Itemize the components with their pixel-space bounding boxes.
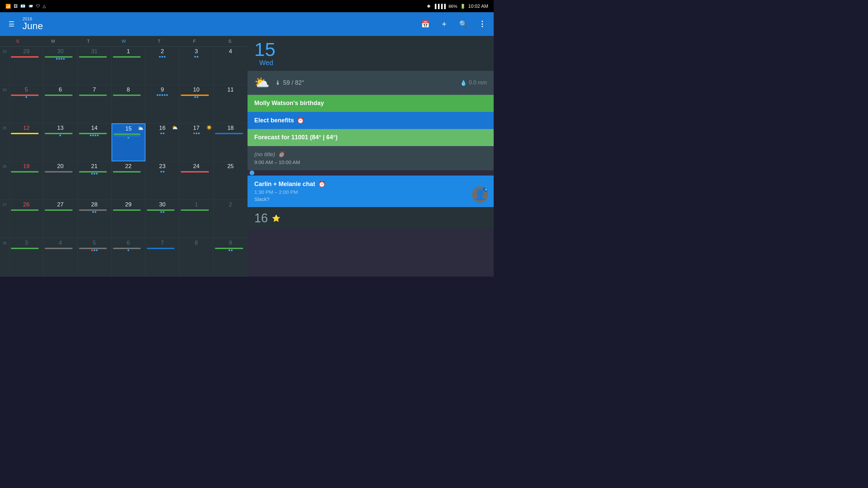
event-dots — [194, 56, 198, 58]
rain-icon: 💧 — [460, 80, 467, 86]
calendar-week: 27262728293012 — [0, 200, 248, 238]
day-cell[interactable]: 6 — [112, 238, 145, 276]
day-cell[interactable]: 2 — [145, 47, 179, 85]
event-bar — [113, 95, 141, 96]
event-dots — [157, 94, 168, 96]
event-bars — [79, 95, 110, 96]
day-cell[interactable]: 31 — [78, 47, 112, 85]
temp-range: 59 / 82° — [283, 79, 304, 86]
event-dot — [59, 135, 61, 136]
day-cell[interactable]: 9 — [214, 238, 248, 276]
add-event-button[interactable]: + — [438, 18, 450, 30]
event-dot — [92, 211, 94, 213]
day-cell[interactable]: 7 — [78, 85, 112, 123]
birthday-event-card[interactable]: Molly Watson's birthday — [248, 95, 494, 112]
next-day-row: 16 ⭐ — [248, 207, 494, 229]
day-cell[interactable]: 2 — [214, 200, 248, 238]
day-cell[interactable]: 11 — [214, 85, 248, 123]
day-cell[interactable]: 18 — [214, 123, 248, 161]
day-cell[interactable]: 30 — [145, 200, 179, 238]
event-dots — [59, 135, 61, 136]
day-cell[interactable]: 4 — [214, 47, 248, 85]
event-bars — [79, 133, 110, 134]
week-number: 25 — [0, 123, 9, 161]
day-cell[interactable]: 8 — [179, 238, 213, 276]
chat-event-title: Carlin + Melanie chat ⏰ — [254, 180, 467, 188]
event-bar — [113, 56, 141, 58]
event-bar — [113, 248, 141, 249]
day-cell[interactable]: 26 — [9, 200, 43, 238]
event-bar — [11, 95, 39, 96]
search-button[interactable]: 🔍 — [457, 18, 469, 30]
day-cell[interactable]: 29 — [9, 47, 43, 85]
event-bars — [45, 171, 76, 172]
event-dots — [193, 133, 200, 134]
day-cell[interactable]: 24 — [179, 162, 213, 200]
event-bar — [79, 171, 107, 172]
day-cell[interactable]: 19 — [9, 162, 43, 200]
week-number: 24 — [0, 85, 9, 123]
day-cell[interactable]: 16⛅ — [145, 123, 179, 161]
carlin-melanie-event-card[interactable]: Carlin + Melanie chat ⏰ 1:30 PM – 2:00 P… — [248, 176, 494, 207]
event-bars — [11, 209, 42, 211]
event-dot — [90, 135, 92, 136]
day-detail-header: 15 Wed — [248, 36, 494, 71]
day-cell[interactable]: 6 — [43, 85, 77, 123]
avatar: 👤 1 — [472, 186, 488, 203]
day-cell[interactable]: 14 — [78, 123, 112, 161]
bluetooth-icon: ✱ — [427, 4, 431, 9]
day-cell[interactable]: 3 — [9, 238, 43, 276]
day-cell[interactable]: 4 — [43, 238, 77, 276]
day-cell[interactable]: 1 — [179, 200, 213, 238]
weather-icon-small: ☀️ — [206, 125, 212, 130]
day-cell[interactable]: 1 — [112, 47, 145, 85]
event-bars — [114, 134, 143, 137]
event-bars — [45, 95, 76, 96]
day-cell[interactable]: 25 — [214, 162, 248, 200]
no-title-event-card[interactable]: (no title) ⏰ 9:00 AM – 10:00 AM — [248, 146, 494, 170]
day-cell[interactable]: 7 — [145, 238, 179, 276]
event-bars — [113, 209, 144, 211]
event-dot — [96, 173, 98, 175]
day-cell[interactable]: 27 — [43, 200, 77, 238]
day-cell[interactable]: 9 — [145, 85, 179, 123]
event-dot — [160, 211, 162, 213]
day-cell[interactable]: 8 — [112, 85, 145, 123]
event-bars — [113, 95, 144, 96]
menu-button[interactable]: ☰ — [5, 18, 18, 30]
day-cell[interactable]: 22 — [112, 162, 145, 200]
day-cell[interactable]: 13 — [43, 123, 77, 161]
more-options-button[interactable]: ⋮ — [476, 18, 488, 30]
event-bar — [11, 248, 39, 249]
event-bars — [181, 171, 212, 172]
day-cell[interactable]: 23 — [145, 162, 179, 200]
day-cell[interactable]: 17☀️ — [179, 123, 213, 161]
event-bars — [11, 95, 42, 96]
day-cell[interactable]: 29 — [112, 200, 145, 238]
day-cell[interactable]: 5 — [78, 238, 112, 276]
day-cell[interactable]: 3 — [179, 47, 213, 85]
event-bar — [45, 56, 73, 58]
event-dots — [92, 211, 96, 213]
event-dot — [160, 171, 162, 172]
event-dot — [197, 96, 198, 98]
clock-icon-3: ⏰ — [318, 180, 326, 188]
app-header: ☰ 2016 June 📅 + 🔍 ⋮ — [0, 12, 494, 36]
event-dot — [95, 211, 96, 213]
day-cell[interactable]: 28 — [78, 200, 112, 238]
forecast-event-card[interactable]: Forecast for 11001 (84° | 64°) — [248, 129, 494, 146]
dow-friday: F — [177, 36, 212, 46]
event-dot — [56, 58, 58, 60]
day-cell[interactable]: 20 — [43, 162, 77, 200]
day-cell[interactable]: 30 — [43, 47, 77, 85]
day-cell[interactable]: 5 — [9, 85, 43, 123]
day-cell[interactable]: 10 — [179, 85, 213, 123]
day-cell[interactable]: 15⛅ — [112, 123, 145, 161]
day-cell[interactable]: 21 — [78, 162, 112, 200]
elect-benefits-event-card[interactable]: Elect benefits ⏰ — [248, 112, 494, 129]
event-dot — [163, 133, 164, 134]
event-bars — [113, 248, 144, 249]
day-cell[interactable]: 12 — [9, 123, 43, 161]
calendar-view-button[interactable]: 📅 — [419, 18, 431, 30]
event-dot — [95, 135, 96, 136]
